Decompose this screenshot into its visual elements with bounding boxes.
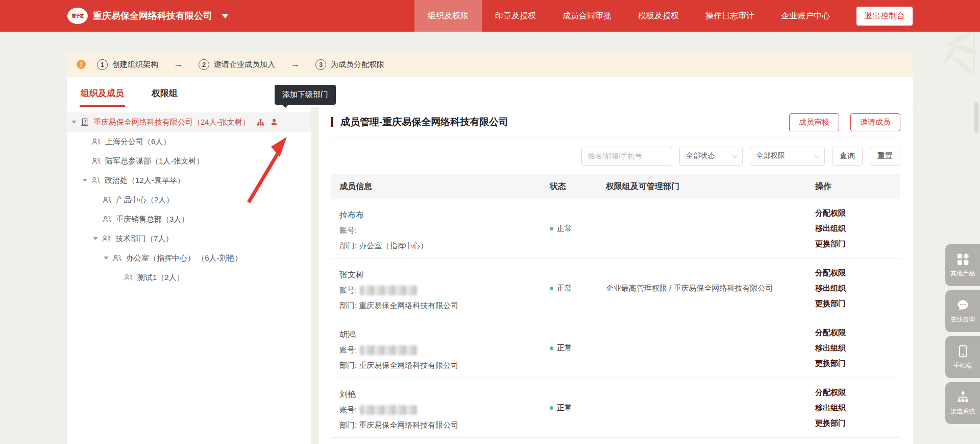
tree-item-label[interactable]: 产品中心（2人） xyxy=(116,195,174,205)
step-1-label: 创建组织架构 xyxy=(112,60,158,69)
expand-caret-icon[interactable] xyxy=(104,256,109,260)
tree-item-sales-hq[interactable]: 重庆销售总部（3人） xyxy=(67,209,311,229)
member-permissions: 企业最高管理权限 / 重庆易保全网络科技有限公司 xyxy=(598,259,807,318)
remove-from-org-link[interactable]: 移出组织 xyxy=(815,340,900,356)
member-dept: 重庆易保全网络科技有限公司 xyxy=(359,417,458,433)
expand-caret-icon[interactable] xyxy=(82,179,87,182)
float-label: 渠道系统 xyxy=(950,407,975,416)
tree-item-label[interactable]: 技术部门（7人） xyxy=(115,234,173,244)
chevron-down-icon xyxy=(732,152,738,158)
float-label: 手机端 xyxy=(953,361,972,370)
col-actions: 操作 xyxy=(807,181,900,192)
add-sub-department-icon[interactable] xyxy=(256,118,265,127)
dept-label: 部门: xyxy=(339,238,357,253)
remove-from-org-link[interactable]: 移出组织 xyxy=(815,281,900,296)
tree-item-label[interactable]: 政治处（12人-袁苹苹） xyxy=(105,176,185,185)
remove-from-org-link[interactable]: 移出组织 xyxy=(815,400,900,415)
tree-item-label[interactable]: 陆军总参谋部（1人-张文树） xyxy=(105,156,204,166)
company-dropdown-icon[interactable] xyxy=(222,14,229,18)
online-consult-button[interactable]: 在线咨询 xyxy=(945,290,980,332)
query-button[interactable]: 查询 xyxy=(832,147,863,166)
tree-item-label[interactable]: 上海分公司（6人） xyxy=(105,137,170,147)
change-department-link[interactable]: 更换部门 xyxy=(815,236,900,251)
member-permissions xyxy=(598,199,807,258)
other-products-button[interactable]: 其他产品 xyxy=(945,244,980,286)
assign-permission-link[interactable]: 分配权限 xyxy=(815,385,900,400)
mobile-app-button[interactable]: 手机端 xyxy=(945,336,980,378)
search-input[interactable] xyxy=(581,147,672,166)
nav-item-account-center[interactable]: 企业账户中心 xyxy=(768,0,843,32)
member-audit-button[interactable]: 成员审核 xyxy=(789,113,839,131)
step-1-number: 1 xyxy=(97,59,108,70)
step-3: 3 为成员分配权限 xyxy=(315,59,384,70)
status-dot xyxy=(550,406,553,410)
invite-member-button[interactable]: 邀请成员 xyxy=(850,113,900,131)
nav-item-seal-auth[interactable]: 印章及授权 xyxy=(482,0,549,32)
tab-org-members[interactable]: 组织及成员 xyxy=(80,87,125,107)
status-badge: 正常 xyxy=(557,343,572,353)
expand-caret-icon[interactable] xyxy=(71,121,77,124)
assign-permission-link[interactable]: 分配权限 xyxy=(815,325,900,340)
tree-item-label[interactable]: 测试1（2人） xyxy=(137,273,184,283)
member-name: 张文树 xyxy=(339,267,542,283)
tree-item-army-staff[interactable]: 陆军总参谋部（1人-张文树） xyxy=(67,151,311,171)
add-member-icon[interactable] xyxy=(270,118,278,126)
remove-from-org-link[interactable]: 移出组织 xyxy=(815,221,900,236)
step-3-number: 3 xyxy=(315,59,326,70)
tree-root-company[interactable]: 重庆易保全网络科技有限公司（24人-张文树） xyxy=(67,112,311,132)
col-member-info: 成员信息 xyxy=(331,181,542,192)
tree-item-label[interactable]: 重庆销售总部（3人） xyxy=(116,215,189,224)
tree-item-test1[interactable]: 测试1（2人） xyxy=(67,268,311,287)
change-department-link[interactable]: 更换部门 xyxy=(815,296,900,311)
tab-permission-groups[interactable]: 权限组 xyxy=(151,87,179,107)
col-status: 状态 xyxy=(542,181,598,192)
steps-bar: ! 1 创建组织架构 → 2 邀请企业成员加入 → 3 为成员分配权限 xyxy=(67,53,913,76)
step-2: 2 邀请企业成员加入 xyxy=(199,59,275,70)
org-tree-panel: 重庆易保全网络科技有限公司（24人-张文树） 上海分公司（6人） xyxy=(67,107,311,444)
member-row: 拉布布 账号: 部门: 办公室（指挥中心） 正常 分配权限 移出组织 更换部门 xyxy=(331,199,900,259)
expand-caret-icon[interactable] xyxy=(93,237,98,240)
change-department-link[interactable]: 更换部门 xyxy=(815,356,900,371)
nav-item-contract-approval[interactable]: 成员合同审批 xyxy=(549,0,625,32)
change-department-link[interactable]: 更换部门 xyxy=(815,415,900,431)
account-label: 账号: xyxy=(339,283,357,298)
group-icon xyxy=(102,235,111,243)
brand[interactable]: 君子签 重庆易保全网络科技有限公司 xyxy=(67,8,229,24)
member-dept: 重庆易保全网络科技有限公司 xyxy=(359,358,458,373)
company-name: 重庆易保全网络科技有限公司 xyxy=(93,10,212,22)
account-label: 账号: xyxy=(339,223,357,238)
tree-item-label[interactable]: 办公室（指挥中心） （6人-刘艳） xyxy=(126,253,242,263)
member-permissions xyxy=(598,318,807,378)
group-icon xyxy=(91,176,101,184)
tree-item-product-center[interactable]: 产品中心（2人） xyxy=(67,190,311,209)
permission-select[interactable]: 全部权限 xyxy=(750,147,825,166)
assign-permission-link[interactable]: 分配权限 xyxy=(815,265,900,281)
assign-permission-link[interactable]: 分配权限 xyxy=(815,205,900,221)
phone-icon xyxy=(956,344,970,358)
page-title: 成员管理-重庆易保全网络科技有限公司 xyxy=(331,115,508,129)
nav-item-org-permission[interactable]: 组织及权限 xyxy=(414,0,482,32)
member-row: 刘艳 账号: 部门: 重庆易保全网络科技有限公司 正常 分配权限 移出组织 更换… xyxy=(331,378,900,438)
exit-console-button[interactable]: 退出控制台 xyxy=(856,7,913,26)
nav-item-template-auth[interactable]: 模板及授权 xyxy=(625,0,692,32)
status-dot xyxy=(550,227,553,230)
masked-account-value xyxy=(360,405,417,415)
channel-system-button[interactable]: 渠道系统 xyxy=(945,382,980,424)
status-select[interactable]: 全部状态 xyxy=(679,147,743,166)
nav-item-log-audit[interactable]: 操作日志审计 xyxy=(692,0,768,32)
step-3-label: 为成员分配权限 xyxy=(331,60,384,69)
tree-item-shanghai-branch[interactable]: 上海分公司（6人） xyxy=(67,132,311,151)
dept-label: 部门: xyxy=(339,417,357,433)
scrollbar[interactable] xyxy=(974,102,978,133)
reset-button[interactable]: 重置 xyxy=(870,147,900,166)
tree-root-label[interactable]: 重庆易保全网络科技有限公司（24人-张文树） xyxy=(93,118,250,127)
apps-icon xyxy=(956,252,970,266)
tree-item-politics-office[interactable]: 政治处（12人-袁苹苹） xyxy=(67,171,311,190)
tree-item-office-command-center[interactable]: 办公室（指挥中心） （6人-刘艳） xyxy=(67,248,311,268)
tree-item-tech-department[interactable]: 技术部门（7人） xyxy=(67,229,311,248)
main-content: 组织及成员 权限组 重庆易保全网络科技有限公司（24人-张文树） xyxy=(67,77,913,444)
step-arrow-icon: → xyxy=(290,59,300,70)
masked-account-value xyxy=(360,286,417,295)
tooltip-add-sub-department: 添加下级部门 xyxy=(275,85,336,105)
member-name: 拉布布 xyxy=(339,207,542,223)
